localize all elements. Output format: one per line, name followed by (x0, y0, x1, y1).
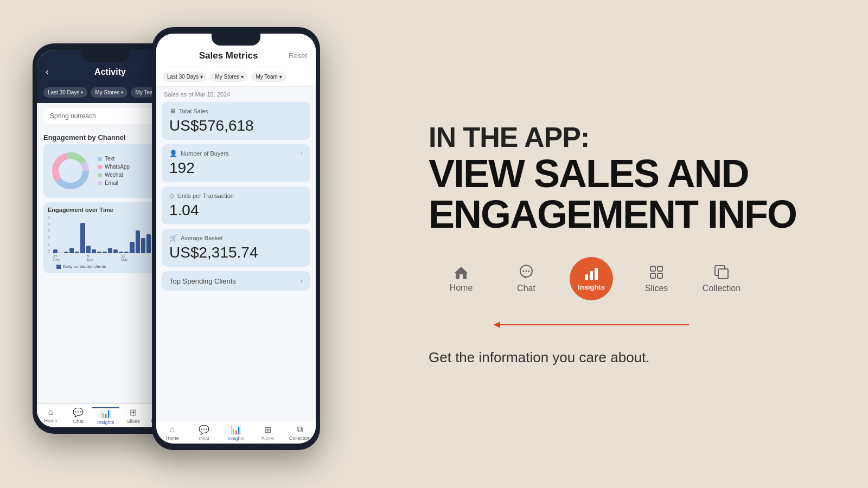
metric-card-total-sales: 🖥 Total Sales US$576,618 (162, 102, 310, 140)
buyers-icon: 👤 (169, 150, 177, 157)
filter-chip-stores[interactable]: My Stores ▾ (91, 87, 127, 98)
back-chevron-icon[interactable]: ‹ (46, 66, 49, 78)
basket-label: Average Basket (181, 235, 222, 241)
front-back-icon[interactable]: ‹ (165, 50, 168, 61)
bar (136, 230, 140, 253)
front-nav-collection[interactable]: ⧉ Collection (284, 425, 316, 441)
nav-item-slices[interactable]: Slices (624, 264, 689, 293)
svg-point-7 (523, 270, 525, 272)
metric-card-buyers[interactable]: 👤 Number of Buyers › 192 (162, 144, 310, 182)
metric-header-upt: ◇ Units per Transaction (169, 192, 303, 200)
front-nav-chat[interactable]: 💬 Chat (188, 425, 220, 441)
legend-label-email: Email (105, 180, 118, 186)
back-header-title: Activity (54, 67, 166, 77)
nav-item-home[interactable]: Home (429, 265, 494, 293)
top-spending-card[interactable]: Top Spending Clients › (162, 271, 310, 291)
nav-illustration: Home Chat Insights (429, 257, 835, 300)
back-nav-home[interactable]: ⌂ Home (37, 407, 65, 425)
svg-rect-17 (658, 273, 662, 278)
chevron-down-icon: ▾ (200, 74, 203, 80)
bar (97, 252, 101, 254)
headline-line1: IN THE APP: (429, 122, 835, 153)
legend-label-wechat: Wechat (105, 172, 123, 178)
svg-rect-13 (595, 268, 598, 280)
front-nav-home-label: Home (165, 435, 178, 441)
front-nav-insights[interactable]: 📊 Insights (220, 425, 252, 441)
bar (59, 253, 63, 253)
metric-header-buyers: 👤 Number of Buyers › (169, 150, 303, 157)
svg-marker-5 (454, 267, 468, 279)
chevron-right-icon: › (301, 150, 303, 157)
front-nav-slices[interactable]: ⊞ Slices (252, 425, 284, 441)
insights-label-inside: Insights (578, 283, 605, 291)
engagement-time-section: Engagement over Time 975310 (43, 202, 168, 273)
date-label: Sales as of Mar 15, 2024 (156, 87, 316, 100)
donut-chart (49, 149, 92, 192)
legend-dot-whatsapp (98, 165, 102, 169)
total-sales-icon: 🖥 (169, 107, 176, 115)
bar-x-axis: 27Feb 5Mar 12Mar 20Mar (51, 253, 164, 262)
legend-wechat: Wechat (98, 172, 130, 178)
front-filter-last30[interactable]: Last 30 Days ▾ (163, 72, 207, 82)
slices-icon: ⊞ (130, 407, 137, 418)
front-filter-stores[interactable]: My Stores ▾ (210, 72, 248, 82)
svg-rect-11 (585, 274, 588, 280)
svg-rect-14 (650, 266, 655, 271)
nav-home-label: Home (450, 283, 473, 293)
legend-email: Email (98, 180, 130, 186)
back-nav-chat[interactable]: 💬 Chat (65, 407, 92, 425)
front-nav-home[interactable]: ⌂ Home (156, 425, 188, 441)
front-nav-slices-label: Slices (261, 436, 275, 441)
metric-card-upt: ◇ Units per Transaction 1.04 (162, 187, 310, 224)
nav-item-insights[interactable]: Insights (559, 257, 624, 300)
bar (130, 242, 134, 253)
filter-chip-last30[interactable]: Last 30 Days ▾ (43, 87, 87, 98)
bar (80, 223, 85, 253)
nav-collection-label: Collection (703, 284, 741, 293)
filter-label: Last 30 Days (167, 74, 199, 80)
metric-card-basket: 🛒 Average Basket US$2,315.74 (162, 229, 310, 267)
back-nav-insights-label: Insights (97, 420, 114, 425)
headline-line3-text: ENGAGEMENT INFO (429, 192, 796, 236)
bar-chart-area (51, 215, 164, 253)
phones-section: ‹ Activity Last 30 Days ▾ My Stores ▾ My… (0, 0, 407, 488)
front-filter-team[interactable]: My Team ▾ (251, 72, 286, 82)
chat-icon (518, 264, 534, 280)
chevron-down-icon: ▾ (81, 90, 83, 95)
insights-circle: Insights (570, 257, 613, 300)
bar (69, 248, 74, 254)
search-value: Spring outreach (50, 112, 96, 120)
front-phone-screen: ‹ Sales Metrics Reset Last 30 Days ▾ My … (156, 34, 316, 444)
home-icon: ⌂ (48, 407, 54, 417)
headline-line2-text: VIEW SALES AND (429, 152, 748, 195)
chat-icon: 💬 (73, 407, 84, 418)
legend-dot-email (98, 181, 102, 185)
legend-dot-wechat (98, 173, 102, 177)
chat-icon: 💬 (199, 425, 209, 435)
chevron-down-icon: ▾ (279, 74, 282, 80)
filter-label: Last 30 Days (48, 89, 79, 95)
nav-item-chat[interactable]: Chat (494, 264, 559, 293)
basket-icon: 🛒 (169, 234, 177, 242)
front-bottom-nav: ⌂ Home 💬 Chat 📊 Insights ⊞ Slices (156, 421, 316, 444)
metric-header-total-sales: 🖥 Total Sales (169, 107, 303, 115)
search-bar[interactable]: Spring outreach (43, 108, 168, 124)
channel-legend: Text WhatsApp Wechat Email (98, 156, 130, 186)
upt-label: Units per Transaction (177, 192, 234, 199)
collection-icon (713, 264, 730, 280)
bar (141, 238, 145, 253)
slices-icon (648, 264, 665, 280)
nav-item-collection[interactable]: Collection (689, 264, 754, 293)
tagline: Get the information you care about. (429, 349, 835, 366)
back-nav-insights[interactable]: 📊 Insights (92, 407, 120, 425)
filter-label: My Team (256, 74, 277, 80)
bar (119, 252, 123, 254)
svg-marker-10 (524, 276, 526, 279)
reset-button[interactable]: Reset (289, 52, 307, 60)
upt-icon: ◇ (169, 192, 174, 200)
metric-header-basket: 🛒 Average Basket (169, 234, 303, 242)
bar-legend: Daily contacted clients (48, 262, 164, 269)
back-nav-slices[interactable]: ⊞ Slices (119, 407, 147, 425)
back-notch (81, 50, 130, 62)
bar-legend-label: Daily contacted clients (63, 264, 106, 269)
